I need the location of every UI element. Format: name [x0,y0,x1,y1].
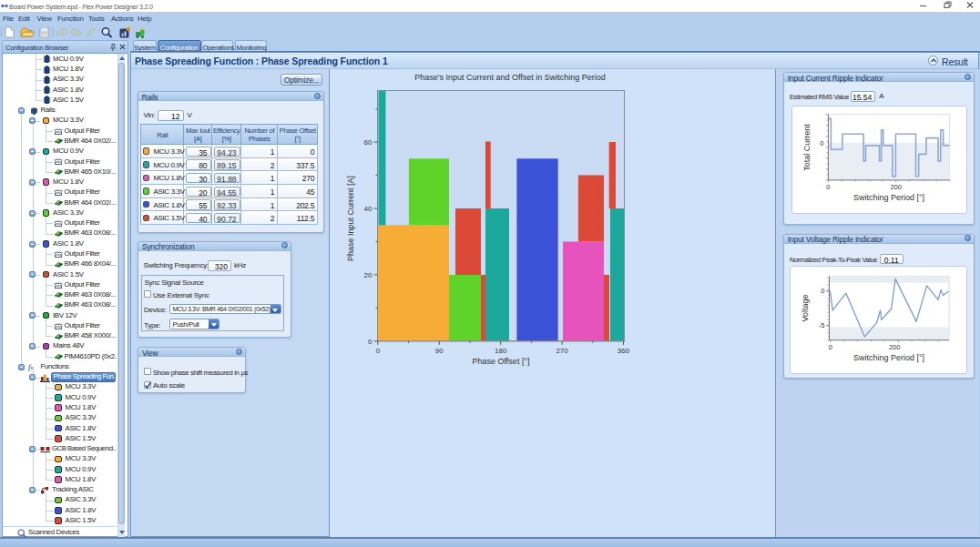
svg-text:90: 90 [435,347,444,355]
svg-text:0: 0 [822,287,825,295]
svg-text:Phase Offset [°]: Phase Offset [°] [473,357,530,366]
svg-text:200: 200 [889,343,901,351]
svg-text:20: 20 [364,271,373,279]
svg-text:0: 0 [820,139,823,147]
svg-text:Voltage: Voltage [801,294,810,321]
svg-text:Phase Input Current [A]: Phase Input Current [A] [346,176,355,261]
svg-text:360: 360 [618,347,630,355]
svg-text:200: 200 [890,183,902,191]
svg-text:270: 270 [556,347,568,355]
svg-text:0: 0 [826,183,830,191]
svg-text:-5: -5 [819,321,825,329]
svg-text:60: 60 [364,138,373,147]
svg-text:Switching Period [°]: Switching Period [°] [853,192,924,201]
svg-text:Total Current: Total Current [802,124,812,171]
svg-text:Switching Period [°]: Switching Period [°] [853,353,924,362]
svg-text:0: 0 [829,343,832,351]
svg-text:180: 180 [495,347,507,355]
svg-text:0: 0 [376,347,381,355]
svg-text:Phase's Input Current and Offs: Phase's Input Current and Offset in Swit… [414,73,606,82]
svg-text:40: 40 [364,205,373,213]
svg-text:0: 0 [368,338,373,346]
